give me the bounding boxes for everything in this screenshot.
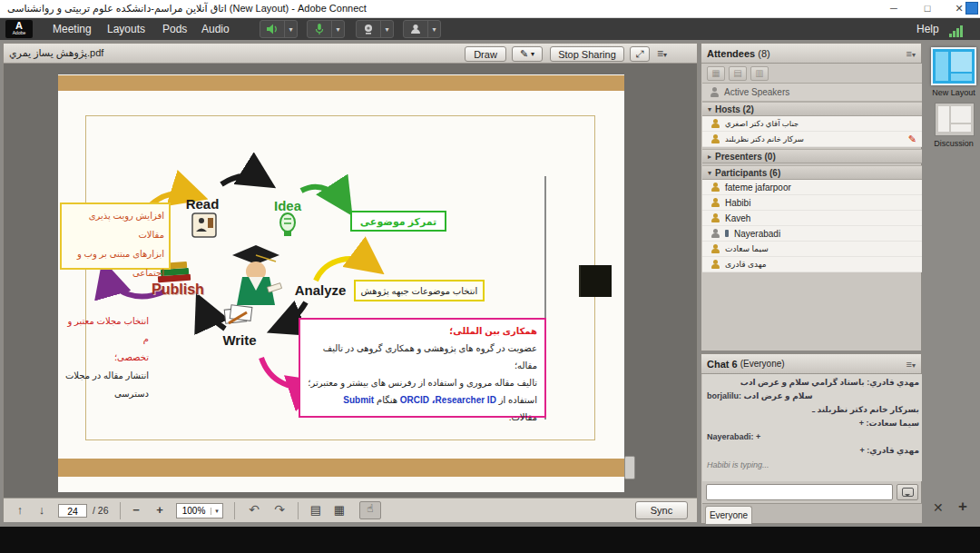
layout-thumb-new-layout[interactable] bbox=[931, 47, 976, 85]
pdf-slide: Read Idea Analyze Write Publish تمرکز مو… bbox=[58, 74, 624, 492]
collapse-icon: ▾ bbox=[708, 105, 711, 114]
grid-view-icon[interactable]: ▦ bbox=[330, 503, 348, 517]
chat-pod-header: Chat 6 (Everyone) ≡▾ bbox=[701, 354, 921, 374]
menu-layouts[interactable]: Layouts bbox=[107, 23, 145, 35]
app-icon bbox=[965, 2, 978, 15]
maximize-button[interactable]: □ bbox=[914, 0, 941, 17]
webcam-icon[interactable] bbox=[357, 21, 380, 37]
collapse-icon: ▸ bbox=[708, 153, 711, 161]
stop-sharing-button[interactable]: Stop Sharing bbox=[550, 46, 624, 62]
stage-close-icon[interactable]: ✕ bbox=[933, 500, 944, 515]
share-pod-menu-icon[interactable]: ≡▾ bbox=[657, 47, 667, 60]
participant-row[interactable]: مهدی قادری bbox=[702, 257, 922, 272]
chat-message: بسرکار خانم دکتر نظربلند ـ bbox=[707, 405, 919, 415]
cycle-label-read: Read bbox=[174, 196, 230, 212]
chat-title: Chat 6 bbox=[707, 359, 738, 370]
connection-signal-icon[interactable] bbox=[949, 25, 963, 37]
hand-tool-icon[interactable]: ☝ bbox=[359, 501, 381, 519]
raise-hand-control[interactable]: ▾ bbox=[403, 20, 441, 38]
pink-callout-box: همکاری بین المللی؛ عضویت در گروه های پژو… bbox=[299, 318, 546, 418]
cycle-label-idea: Idea bbox=[263, 198, 312, 213]
chat-message: مهدي قادري: باستاد گرامي سلام و عرض ادب bbox=[707, 378, 919, 388]
stage-add-icon[interactable]: + bbox=[958, 498, 967, 516]
undo-icon[interactable]: ↶ bbox=[245, 502, 263, 517]
chat-bubble-icon bbox=[902, 488, 914, 497]
cycle-label-publish: Publish bbox=[142, 281, 214, 298]
microphone-dropdown-icon[interactable]: ▾ bbox=[331, 21, 344, 37]
user-icon bbox=[710, 183, 720, 193]
participants-group-header[interactable]: ▾ Participants (6) bbox=[702, 165, 922, 180]
zoom-in-icon[interactable]: + bbox=[151, 503, 169, 517]
attendees-pod: Attendees (8) ≡▾ ▦ ▤ ▥ Active Speakers ▾… bbox=[701, 43, 922, 351]
speaker-icon[interactable] bbox=[260, 21, 284, 37]
left-bottom-callout-box: انتخاب مجلات معتبر و م تخصصی؛ انتشار مقا… bbox=[58, 312, 152, 372]
webcam-dropdown-icon[interactable]: ▾ bbox=[380, 21, 393, 37]
sync-button[interactable]: Sync bbox=[635, 501, 688, 519]
attendees-view-list-icon[interactable]: ▤ bbox=[729, 66, 747, 81]
mobile-user-icon bbox=[710, 229, 720, 239]
left-top-callout-box: افزایش رویت پذیری مقالات ابزارهای مبتنی … bbox=[60, 202, 171, 270]
previous-page-icon[interactable]: ↑ bbox=[11, 503, 29, 517]
chat-tab-everyone[interactable]: Everyone bbox=[705, 506, 752, 524]
draw-button[interactable]: Draw bbox=[465, 46, 506, 62]
attendees-count: (8) bbox=[758, 48, 769, 59]
microphone-icon[interactable] bbox=[308, 21, 331, 37]
zoom-out-icon[interactable]: − bbox=[127, 503, 145, 517]
page-layout-icon[interactable]: ▤ bbox=[307, 503, 325, 517]
viewer-scrollbar[interactable] bbox=[624, 456, 635, 479]
chat-pod-menu-icon[interactable]: ≡▾ bbox=[906, 359, 916, 370]
attendees-view-status-icon[interactable]: ▥ bbox=[750, 66, 769, 81]
next-page-icon[interactable]: ↓ bbox=[33, 503, 51, 517]
title-bar: اتاق آنلاین مراسم-دانشکده علوم تربیتی و … bbox=[0, 0, 980, 18]
participant-row[interactable]: Kaveh bbox=[702, 211, 922, 226]
active-speaker-icon bbox=[710, 87, 719, 97]
chat-messages[interactable]: مهدي قادري: باستاد گرامي سلام و عرض ادب … bbox=[702, 374, 922, 481]
window-title: اتاق آنلاین مراسم-دانشکده علوم تربیتی و … bbox=[7, 3, 367, 15]
layout-label-new: New Layout bbox=[922, 88, 980, 97]
redo-icon[interactable]: ↷ bbox=[270, 502, 289, 517]
page-number-input[interactable] bbox=[58, 504, 87, 518]
chat-input[interactable] bbox=[706, 484, 893, 500]
host-row[interactable]: سرکار خانم دکتر نظربلند ✎ bbox=[702, 132, 922, 147]
share-pod-header: پژوهش يساز يمري.pdf Draw ✎▾ Stop Sharing… bbox=[4, 44, 697, 64]
participant-row[interactable]: سیما سعادت bbox=[702, 242, 922, 257]
user-icon bbox=[710, 260, 720, 270]
typing-indicator: Habibi is typing... bbox=[707, 460, 917, 469]
person-dropdown-icon[interactable]: ▾ bbox=[427, 21, 440, 37]
annotation-pen-button[interactable]: ✎▾ bbox=[512, 46, 543, 62]
layout-label-discussion: Discussion bbox=[922, 139, 980, 148]
fullscreen-icon[interactable]: ⤢ bbox=[630, 46, 650, 62]
participant-row[interactable]: Nayerabadi bbox=[702, 226, 922, 242]
green-callout-box: تمرکز موضوعی bbox=[350, 211, 446, 232]
pen-icon: ✎ bbox=[520, 48, 528, 60]
microphone-control[interactable]: ▾ bbox=[307, 20, 345, 38]
attendees-pod-menu-icon[interactable]: ≡▾ bbox=[906, 48, 916, 59]
send-message-button[interactable] bbox=[897, 484, 918, 500]
menu-help[interactable]: Help bbox=[916, 23, 939, 35]
host-row[interactable]: جناب آقاي دکتر اصغري bbox=[702, 116, 922, 132]
drawing-rights-pencil-icon: ✎ bbox=[908, 133, 916, 145]
menu-audio[interactable]: Audio bbox=[201, 23, 230, 35]
webcam-control[interactable]: ▾ bbox=[356, 20, 394, 38]
zoom-level-select[interactable]: 100% ▾ bbox=[176, 503, 223, 518]
minimize-button[interactable]: ─ bbox=[880, 0, 907, 17]
active-speakers-row: Active Speakers bbox=[702, 84, 922, 102]
participant-row[interactable]: fateme jafarpoor bbox=[702, 180, 922, 195]
layout-thumb-discussion[interactable] bbox=[935, 103, 975, 136]
zoom-dropdown-icon: ▾ bbox=[211, 508, 222, 515]
speaker-dropdown-icon[interactable]: ▾ bbox=[284, 21, 297, 37]
adobe-logo-icon: A Adobe bbox=[5, 20, 33, 38]
chat-scope: (Everyone) bbox=[740, 359, 785, 369]
speaker-control[interactable]: ▾ bbox=[260, 20, 298, 38]
participant-row[interactable]: Habibi bbox=[702, 195, 922, 211]
presenters-group-header[interactable]: ▸ Presenters (0) bbox=[702, 149, 922, 163]
menu-meeting[interactable]: Meeting bbox=[53, 23, 92, 35]
attendees-view-grid-icon[interactable]: ▦ bbox=[707, 66, 725, 81]
menu-pods[interactable]: Pods bbox=[162, 23, 187, 35]
document-viewer: Read Idea Analyze Write Publish تمرکز مو… bbox=[4, 64, 697, 498]
chat-message: borjalilu: سلام و عرض ادب bbox=[707, 391, 919, 401]
hosts-group-header[interactable]: ▾ Hosts (2) bbox=[702, 102, 922, 116]
windows-taskbar: X W 94°F ^ ✎ ENG 8:59 PM 6/14/2022 bbox=[0, 527, 980, 553]
page-total-label: / 26 bbox=[93, 505, 109, 516]
person-status-icon[interactable] bbox=[404, 21, 427, 37]
